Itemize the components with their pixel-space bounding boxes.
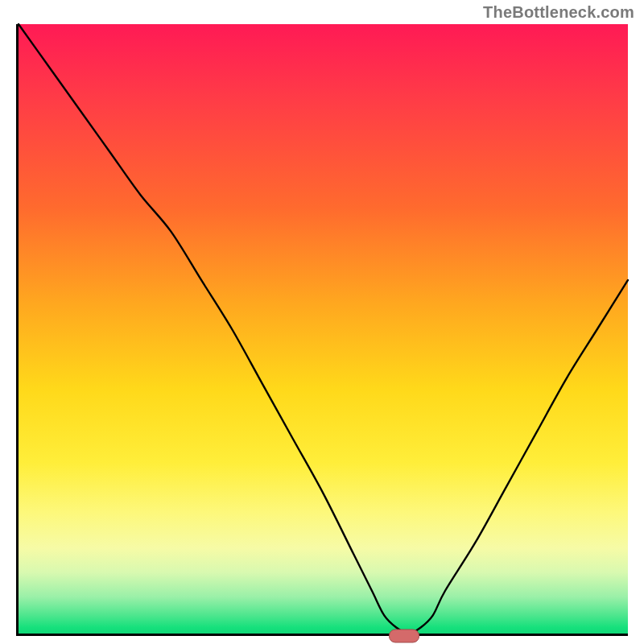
plot-area — [16, 24, 628, 636]
chart-container: TheBottleneck.com — [0, 0, 644, 644]
bottleneck-curve — [19, 24, 628, 634]
optimal-marker — [389, 630, 419, 643]
attribution-label: TheBottleneck.com — [483, 3, 634, 22]
